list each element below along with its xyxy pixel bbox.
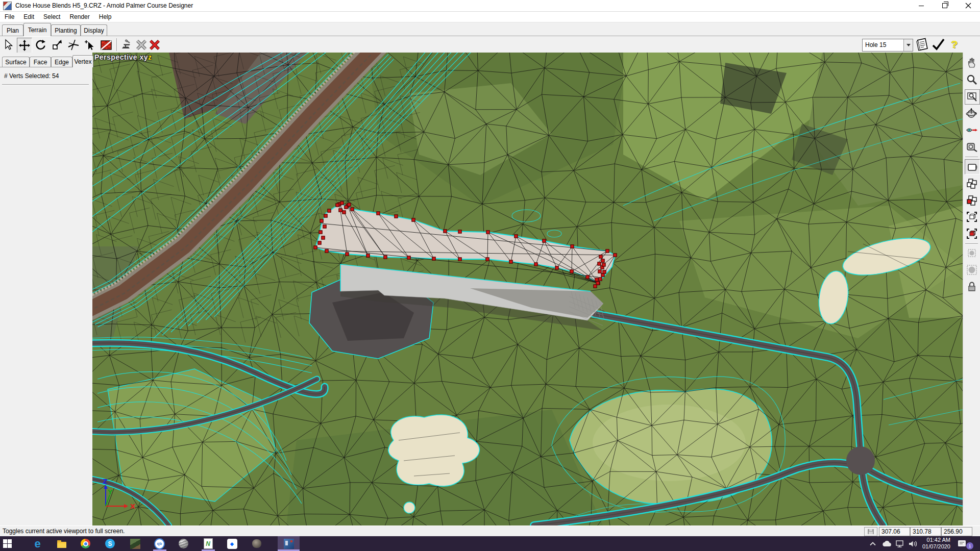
start-button[interactable]: [2, 538, 13, 549]
help-button[interactable]: ?: [947, 37, 962, 52]
viewport-label: Perspective xyz: [94, 53, 152, 61]
pick-add-tool-button[interactable]: [83, 38, 97, 52]
look-direction-tool-button[interactable]: [965, 123, 979, 137]
magnifier-icon: [966, 73, 978, 86]
menu-select[interactable]: Select: [39, 12, 65, 21]
viewport-label-main: Perspective: [94, 53, 137, 61]
tray-network[interactable]: [894, 538, 905, 549]
notes-icon: [915, 37, 929, 52]
zoom-window-tool-button[interactable]: [965, 89, 980, 105]
move-tool-button[interactable]: [17, 38, 32, 53]
single-view-button[interactable]: [965, 159, 980, 174]
speaker-icon: [908, 539, 918, 549]
tab-face[interactable]: Face: [30, 57, 51, 67]
clock-date: 01/07/2020: [918, 543, 950, 550]
tab-vertex[interactable]: Vertex: [72, 55, 93, 67]
tab-terrain[interactable]: Terrain: [23, 23, 51, 36]
delete-tool-button[interactable]: [148, 38, 162, 52]
tray-onedrive[interactable]: [881, 538, 892, 549]
windows-taskbar: e S qb N ◆: [0, 536, 980, 551]
quad-pane-icon: [966, 177, 978, 189]
scale-tool-button[interactable]: [50, 38, 64, 52]
tray-notifications[interactable]: [957, 538, 967, 549]
taskbar-edge[interactable]: e: [32, 538, 43, 549]
pan-tool-button[interactable]: [965, 56, 979, 70]
taskbar-notepadpp[interactable]: N: [203, 538, 213, 549]
marquee-large-icon: [966, 264, 978, 276]
confirm-button[interactable]: [931, 37, 945, 52]
slope-tool-button[interactable]: [66, 38, 81, 52]
orbit-tool-button[interactable]: [965, 106, 979, 120]
minimize-button[interactable]: [910, 0, 933, 11]
clock-time: 01:42 AM: [918, 537, 950, 543]
taskbar-dropbox[interactable]: ◆: [227, 538, 237, 549]
rotate-tool-button[interactable]: [34, 38, 48, 52]
taskbar-quickbooks[interactable]: qb: [154, 538, 165, 549]
viewport-scene[interactable]: XYZ: [92, 53, 963, 525]
notification-badge: 1: [966, 542, 973, 549]
taskbar-chrome[interactable]: [80, 538, 91, 549]
taskbar-gimp[interactable]: [251, 538, 262, 549]
single-pane-icon: [966, 161, 978, 173]
network-icon: [895, 539, 905, 549]
taskbar-course-designer[interactable]: [283, 538, 294, 549]
window-title: Close House Blends H5_9.CRZ - Arnold Pal…: [15, 2, 193, 9]
smooth-tool-button[interactable]: [119, 38, 133, 52]
hole-selector[interactable]: Hole 15: [862, 39, 913, 52]
cancel-tool-button[interactable]: [134, 38, 149, 52]
close-button[interactable]: [957, 0, 980, 11]
marquee-large-button[interactable]: [965, 263, 979, 277]
title-bar: Close House Blends H5_9.CRZ - Arnold Pal…: [0, 0, 980, 12]
globe-icon: [179, 539, 188, 548]
sidebar-separator: [965, 157, 978, 158]
select-tool-button[interactable]: [1, 38, 15, 52]
disk-icon: [867, 529, 874, 535]
active-pane-button[interactable]: [965, 193, 979, 207]
skype-icon: S: [105, 539, 115, 548]
checkmark-icon: [931, 37, 945, 52]
save-coords-button[interactable]: [864, 527, 877, 536]
verts-selected-label: # Verts Selected: 54: [4, 72, 59, 80]
notes-button[interactable]: [915, 37, 929, 52]
sidebar-separator: [965, 243, 978, 244]
menu-edit[interactable]: Edit: [19, 12, 39, 21]
measure-tool-button[interactable]: [965, 140, 979, 154]
restore-button[interactable]: [933, 0, 957, 11]
material-fill-tool-button[interactable]: [99, 38, 113, 52]
tray-clock[interactable]: 01:42 AM 01/07/2020: [918, 537, 950, 550]
hole-selector-dropdown-button[interactable]: [903, 39, 913, 51]
scale-icon: [51, 39, 63, 51]
app-icon: [3, 2, 12, 10]
eye-arrow-icon: [966, 124, 978, 136]
menu-file[interactable]: File: [0, 12, 19, 21]
viewport-label-z: z: [148, 53, 152, 61]
taskbar-skype[interactable]: S: [105, 538, 115, 549]
tab-edge[interactable]: Edge: [51, 57, 72, 67]
chevron-down-icon: [906, 44, 911, 46]
tab-plan[interactable]: Plan: [2, 24, 23, 36]
lock-button[interactable]: [965, 280, 979, 294]
taskbar-game[interactable]: [130, 538, 140, 549]
tray-volume[interactable]: [908, 538, 918, 549]
menu-render[interactable]: Render: [65, 12, 94, 21]
maximize-active-pane-icon: [966, 228, 978, 240]
taskbar-earth[interactable]: [178, 538, 189, 549]
maximize-pane-button[interactable]: [965, 210, 979, 224]
zoom-tool-button[interactable]: [965, 72, 979, 87]
maximize-active-pane-button[interactable]: [965, 227, 979, 241]
tab-surface[interactable]: Surface: [2, 57, 30, 67]
menu-help[interactable]: Help: [94, 12, 116, 21]
taskbar-file-explorer[interactable]: [56, 538, 67, 549]
marquee-small-button[interactable]: [965, 246, 979, 260]
folder-icon: [57, 542, 66, 548]
viewport-3d[interactable]: XYZ Perspective xyz: [92, 53, 963, 525]
quad-view-button[interactable]: [965, 176, 979, 190]
tray-expand-button[interactable]: [867, 538, 878, 549]
tab-planting[interactable]: Planting: [51, 24, 81, 36]
chevron-up-icon: [868, 539, 878, 549]
svg-text:X: X: [130, 503, 135, 510]
panel-separator: [2, 84, 89, 85]
magnifier-window-icon: [966, 91, 978, 103]
tab-display[interactable]: Display: [81, 24, 107, 36]
hand-icon: [966, 57, 978, 69]
